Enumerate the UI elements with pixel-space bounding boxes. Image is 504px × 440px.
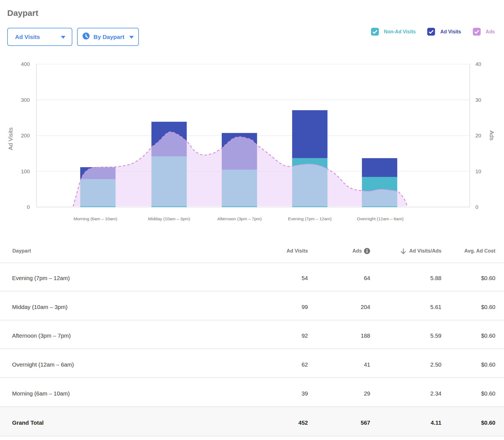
svg-text:Morning (6am – 10am): Morning (6am – 10am) bbox=[74, 216, 117, 221]
svg-text:30: 30 bbox=[475, 97, 481, 103]
svg-text:Ad Visits: Ad Visits bbox=[7, 127, 14, 150]
svg-text:10: 10 bbox=[475, 169, 481, 174]
svg-text:Overnight (12am – 6am): Overnight (12am – 6am) bbox=[357, 216, 404, 221]
svg-text:300: 300 bbox=[21, 97, 30, 103]
svg-text:Evening (7pm – 12am): Evening (7pm – 12am) bbox=[288, 216, 332, 221]
svg-text:20: 20 bbox=[475, 133, 481, 139]
svg-text:0: 0 bbox=[475, 204, 478, 210]
svg-text:40: 40 bbox=[475, 61, 481, 67]
svg-text:Ads: Ads bbox=[489, 130, 495, 140]
svg-text:0: 0 bbox=[27, 204, 30, 210]
svg-text:400: 400 bbox=[21, 61, 30, 67]
svg-text:100: 100 bbox=[21, 169, 30, 174]
svg-text:200: 200 bbox=[21, 133, 30, 139]
svg-text:Midday (10am – 3pm): Midday (10am – 3pm) bbox=[148, 216, 190, 221]
svg-text:Afternoon (3pm – 7pm): Afternoon (3pm – 7pm) bbox=[217, 216, 261, 221]
